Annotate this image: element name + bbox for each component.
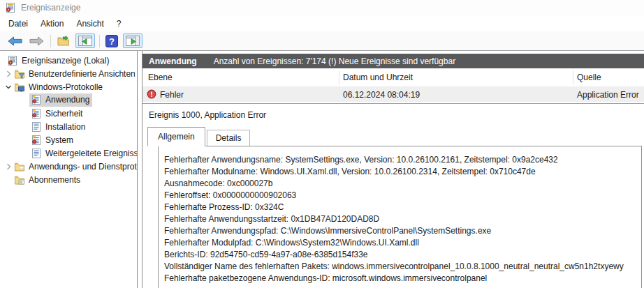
help-button[interactable]: ? <box>103 33 120 49</box>
detail-line: Vollständiger Name des fehlerhaften Pake… <box>164 261 636 273</box>
tree-item-label: Sicherheit <box>45 109 82 119</box>
event-viewer-icon <box>7 55 18 66</box>
detail-line: Fehlerhafte Anwendungsstartzeit: 0x1DB47… <box>164 213 636 225</box>
back-icon <box>8 36 22 46</box>
log-header-bar: Anwendung Anzahl von Ereignissen: 7'174 … <box>142 54 644 68</box>
column-header-datum[interactable]: Datum und Uhrzeit <box>343 73 413 82</box>
tab-allgemein[interactable]: Allgemein <box>147 127 205 146</box>
show-console-tree-button[interactable] <box>75 33 95 48</box>
show-action-pane-icon <box>126 36 140 46</box>
tree-item-custom-views[interactable]: Benutzerdefinierte Ansichten <box>0 67 137 80</box>
tree-item-installation[interactable]: Installation <box>0 120 137 133</box>
detail-line: Ausnahmecode: 0xc000027b <box>164 178 636 190</box>
menu-ansicht[interactable]: Ansicht <box>70 17 110 31</box>
tree-item-abonnements[interactable]: Abonnements <box>0 173 137 186</box>
detail-line: Fehlerhafter Anwendungsname: SystemSetti… <box>164 154 636 166</box>
show-console-tree-icon <box>78 36 92 46</box>
custom-views-folder-icon <box>14 68 25 79</box>
toolbar-separator <box>50 35 51 47</box>
tree-item-label: Windows-Protokolle <box>29 82 103 92</box>
tree-item-label: Anwendungs- und Dienstprotokolle <box>29 162 138 172</box>
tree-item-label: Installation <box>45 122 85 132</box>
event-log-alert-icon <box>31 135 42 146</box>
tab-details[interactable]: Details <box>207 130 251 146</box>
tree-item-windows-logs[interactable]: Windows-Protokolle <box>0 80 137 93</box>
event-source: Application Error <box>577 90 639 100</box>
tree-item-label: Weitergeleitete Ereignisse <box>45 149 138 158</box>
events-table-header: Ebene Datum und Uhrzeit Quelle <box>142 68 644 87</box>
detail-text-box[interactable]: Fehlerhafter Anwendungsname: SystemSetti… <box>158 146 642 288</box>
chevron-right-icon[interactable] <box>4 162 13 171</box>
svg-text:?: ? <box>109 36 115 46</box>
detail-line: Fehleroffset: 0x0000000000902063 <box>164 190 636 202</box>
selected-tree-item: Anwendung <box>29 93 92 107</box>
tree-item-root[interactable]: Ereignisanzeige (Lokal) <box>0 54 137 67</box>
column-divider[interactable] <box>339 70 339 84</box>
tree-item-label: Abonnements <box>29 175 80 185</box>
event-viewer-window: Ereignisanzeige Datei Aktion Ansicht ? <box>0 0 644 288</box>
tree-item-weitergeleitete[interactable]: Weitergeleitete Ereignisse <box>0 146 137 160</box>
toolbar-separator <box>99 35 100 47</box>
detail-line: Fehlerhafte paketbezogene Anwendungs-ID:… <box>164 273 636 285</box>
menu-datei[interactable]: Datei <box>2 17 34 31</box>
event-level: Fehler <box>160 90 184 100</box>
log-name: Anwendung <box>149 56 197 66</box>
log-summary: Anzahl von Ereignissen: 7'174 (!) Neue E… <box>214 56 455 66</box>
chevron-down-icon[interactable] <box>4 83 13 91</box>
detail-line: Fehlerhafte Prozess-ID: 0x324C <box>164 202 636 213</box>
folder-icon <box>14 161 25 172</box>
windows-logs-folder-icon <box>14 82 25 93</box>
menu-help[interactable]: ? <box>110 17 128 31</box>
detail-line: Fehlerhafter Modulname: Windows.UI.Xaml.… <box>164 166 636 178</box>
console-tree: Ereignisanzeige (Lokal) Benutzerdefinier… <box>0 51 138 288</box>
event-datetime: 06.12.2024 08:04:19 <box>343 90 420 100</box>
open-saved-log-icon <box>57 36 71 47</box>
detail-line: Berichts-ID: 92d54750-cd59-4a97-a08e-638… <box>164 249 636 261</box>
menu-bar: Datei Aktion Ansicht ? <box>0 15 644 31</box>
help-icon: ? <box>105 35 118 47</box>
menu-aktion[interactable]: Aktion <box>34 17 70 31</box>
subscriptions-icon <box>14 174 25 185</box>
column-divider[interactable] <box>573 70 573 84</box>
event-row[interactable]: Fehler 06.12.2024 08:04:19 Application E… <box>142 87 644 102</box>
toolbar: ? <box>0 31 644 51</box>
event-log-icon <box>31 148 42 159</box>
detail-line: Fehlerhafter Modulpfad: C:\Windows\Syste… <box>164 237 636 249</box>
open-saved-log-button[interactable] <box>54 34 73 48</box>
forward-icon <box>29 36 44 46</box>
error-icon <box>147 89 156 99</box>
content-area: Ereignisanzeige (Lokal) Benutzerdefinier… <box>0 51 644 288</box>
detail-tabs: Allgemein Details <box>142 126 644 146</box>
title-bar[interactable]: Ereignisanzeige <box>0 0 644 15</box>
column-header-ebene[interactable]: Ebene <box>148 73 173 82</box>
show-action-pane-button[interactable] <box>123 33 142 48</box>
event-viewer-app-icon <box>5 2 16 13</box>
tree-item-anwendung[interactable]: Anwendung <box>0 93 137 107</box>
window-title: Ereignisanzeige <box>21 3 80 13</box>
tree-item-label: Benutzerdefinierte Ansichten <box>29 69 136 79</box>
tree-item-label: System <box>45 135 73 145</box>
event-log-alert-icon <box>31 94 42 105</box>
tree-item-label: Ereignisanzeige (Lokal) <box>22 56 109 66</box>
event-log-icon <box>31 121 42 132</box>
event-log-alert-icon <box>31 108 42 119</box>
detail-title: Ereignis 1000, Application Error <box>142 104 644 126</box>
events-pane: Anwendung Anzahl von Ereignissen: 7'174 … <box>142 51 644 288</box>
tree-item-system[interactable]: System <box>0 133 137 146</box>
tree-item-apps-services-logs[interactable]: Anwendungs- und Dienstprotokolle <box>0 160 137 173</box>
tree-item-sicherheit[interactable]: Sicherheit <box>0 107 137 120</box>
column-header-quelle[interactable]: Quelle <box>577 73 601 82</box>
tree-item-label: Anwendung <box>45 95 89 105</box>
detail-line: Fehlerhafter Anwendungspfad: C:\Windows\… <box>164 225 636 237</box>
back-button[interactable] <box>6 35 24 47</box>
chevron-right-icon[interactable] <box>4 70 13 78</box>
forward-button[interactable] <box>27 35 46 47</box>
event-detail-pane: Ereignis 1000, Application Error Allgeme… <box>142 103 644 288</box>
